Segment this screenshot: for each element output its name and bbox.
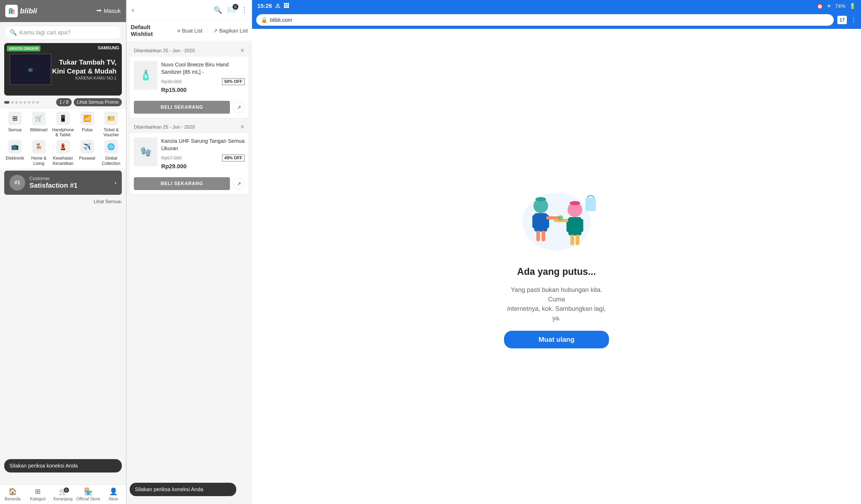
semua-label: Semua: [8, 127, 22, 132]
samsung-logo: SAMSUNG: [98, 46, 119, 51]
dot-1: [4, 101, 10, 104]
wishlist-title: Default Wishlist: [131, 24, 172, 38]
url-field[interactable]: 🔒 blibli.com: [256, 14, 834, 26]
category-handphone[interactable]: 📱 Handphone & Tablet: [52, 111, 74, 137]
product-info-1: Nuvo Cool Breeze Biru Hand Sanitizer [85…: [161, 61, 245, 97]
kesehatan-label: Kesehatan Kecantikan: [52, 156, 74, 166]
categories-grid: ⊞ Semua 🛒 Bliblimart 📱 Handphone & Table…: [0, 109, 126, 168]
status-right: ⏰ ✈ 74% 🔋: [817, 3, 856, 9]
elektronik-icon: 📺: [8, 140, 22, 153]
search-button[interactable]: 🔍: [214, 6, 222, 14]
price-row-1: Rp30.000 50% OFF: [161, 78, 245, 85]
bottom-nav: 🏠 Beranda ⊞ Kategori 0 🛒 Keranjang 🏪 Off…: [0, 485, 126, 504]
pulsa-icon: 📶: [80, 111, 94, 125]
kesehatan-icon: 💄: [56, 140, 70, 153]
semua-icon: ⊞: [8, 111, 22, 125]
category-semua[interactable]: ⊞ Semua: [4, 111, 26, 137]
sale-price-2: Rp29.000: [161, 163, 245, 170]
official-store-label: Official Store: [76, 496, 100, 501]
nav-keranjang[interactable]: 0 🛒 Keranjang: [51, 488, 76, 501]
original-price-1: Rp30.000: [161, 79, 182, 84]
battery-icon: 🔋: [849, 3, 856, 9]
dot-8: [36, 101, 39, 104]
category-ticket[interactable]: 🎫 Ticket & Voucher: [100, 111, 122, 137]
product-info-2: Kanzia UHF Sarung Tangan Semua Ukuran Rp…: [161, 137, 245, 173]
dot-6: [28, 101, 30, 104]
keranjang-badge: 0: [64, 488, 69, 493]
image-icon: 🖼: [284, 3, 289, 10]
banner-title: Tukar Tambah TV, Kini Cepat & Mudah: [52, 58, 117, 76]
share-button-1[interactable]: ↗: [233, 101, 245, 113]
product-name-1: Nuvo Cool Breeze Biru Hand Sanitizer [85…: [161, 61, 245, 76]
keranjang-label: Keranjang: [54, 496, 73, 501]
category-pesawat[interactable]: ✈️ Pesawat: [77, 140, 98, 166]
card-close-2[interactable]: ✕: [240, 124, 245, 131]
pesawat-label: Pesawat: [79, 156, 95, 161]
error-title: Ada yang putus...: [517, 266, 596, 277]
cart-button[interactable]: ✉️ 0: [227, 6, 236, 14]
wishlist-item-2: Ditambahkan 25 - Jun - 2020 ✕ 🧤 Kanzia U…: [130, 121, 249, 194]
banner-tv-image: 📺: [10, 54, 52, 85]
card-close-1[interactable]: ✕: [240, 47, 245, 54]
ticket-label: Ticket & Voucher: [100, 127, 122, 137]
nav-akun[interactable]: 👤 Akun: [101, 488, 126, 501]
buat-list-button[interactable]: ≡ Buat List: [177, 28, 203, 34]
akun-label: Akun: [109, 496, 118, 501]
url-text: blibli.com: [270, 17, 292, 23]
cart-badge: 0: [233, 4, 238, 10]
wishlist-header: ‹ 🔍 ✉️ 0 ⋮: [126, 0, 252, 20]
nav-kategori[interactable]: ⊞ Kategori: [25, 488, 51, 501]
beli-sekarang-button-1[interactable]: BELI SEKARANG: [134, 101, 230, 114]
wishlist-items-list: Ditambahkan 25 - Jun - 2020 ✕ 🧴 Nuvo Coo…: [126, 41, 252, 504]
global-icon: 🌐: [104, 140, 118, 153]
login-button[interactable]: ⮕ Masuk: [96, 8, 121, 14]
bagikan-list-button[interactable]: ↗ Bagikan List: [213, 28, 248, 34]
nav-official-store[interactable]: 🏪 Official Store: [76, 488, 101, 501]
bliblimart-label: Bliblimart: [30, 127, 47, 132]
card-footer-1: BELI SEKARANG ↗: [130, 101, 249, 118]
official-store-icon: 🏪: [84, 488, 92, 495]
nav-beranda[interactable]: 🏠 Beranda: [0, 488, 25, 501]
free-shipping-tag: GRATIS ONGKIR: [7, 46, 40, 52]
panel2-connection-toast: Silakan periksa koneksi Anda: [130, 483, 236, 496]
category-bliblimart[interactable]: 🛒 Bliblimart: [28, 111, 49, 137]
time-display: 15:26: [257, 3, 272, 10]
beranda-icon: 🏠: [9, 488, 17, 495]
browser-menu-button[interactable]: ⋮: [850, 16, 857, 24]
beli-sekarang-button-2[interactable]: BELI SEKARANG: [134, 177, 230, 190]
panel-browser: 15:26 ⚠ 🖼 ⏰ ✈ 74% 🔋 🔒 blibli.com 17 ⋮: [252, 0, 861, 504]
dot-2: [11, 101, 14, 104]
lihat-semua-promo-btn[interactable]: Lihat Semua Promo: [74, 98, 122, 106]
card-footer-2: BELI SEKARANG ↗: [130, 177, 249, 194]
dot-7: [32, 101, 35, 104]
svg-rect-9: [579, 219, 583, 232]
tabs-count-button[interactable]: 17: [837, 15, 847, 25]
more-options-button[interactable]: ⋮: [241, 6, 248, 14]
error-illustration: [515, 185, 599, 258]
share-button-2[interactable]: ↗: [233, 178, 245, 190]
browser-url-bar: 🔒 blibli.com 17 ⋮: [252, 12, 861, 29]
category-elektronik[interactable]: 📺 Elektronik: [4, 140, 26, 166]
product-name-2: Kanzia UHF Sarung Tangan Semua Ukuran: [161, 137, 245, 152]
global-label: Global Collection: [100, 156, 122, 166]
back-button[interactable]: ‹: [131, 5, 135, 15]
card-body-1: 🧴 Nuvo Cool Breeze Biru Hand Sanitizer […: [130, 57, 249, 101]
reload-button[interactable]: Muat ulang: [504, 331, 609, 348]
promo-banner[interactable]: GRATIS ONGKIR SAMSUNG 📺 Tukar Tambah TV,…: [4, 43, 122, 96]
search-bar[interactable]: 🔍 Kamu lagi cari apa?: [4, 26, 122, 39]
category-homeliving[interactable]: 🪑 Home & Living: [28, 140, 49, 166]
handphone-icon: 📱: [56, 111, 70, 125]
category-global[interactable]: 🌐 Global Collection: [100, 140, 122, 166]
pesawat-icon: ✈️: [80, 140, 94, 153]
category-pulsa[interactable]: 📶 Pulsa: [77, 111, 98, 137]
alarm-icon: ⏰: [817, 3, 823, 9]
discount-badge-2: 49% OFF: [222, 154, 245, 161]
handphone-label: Handphone & Tablet: [52, 127, 74, 137]
satisfaction-banner[interactable]: #1 Customer Satisfaction #1 ›: [4, 171, 122, 195]
lihat-semua-row[interactable]: Lihat Semua ›: [0, 197, 126, 207]
svg-rect-15: [572, 201, 577, 204]
akun-icon: 👤: [109, 488, 118, 495]
category-kesehatan[interactable]: 💄 Kesehatan Kecantikan: [52, 140, 74, 166]
beranda-label: Beranda: [5, 496, 21, 501]
product-image-1: 🧴: [134, 61, 158, 90]
